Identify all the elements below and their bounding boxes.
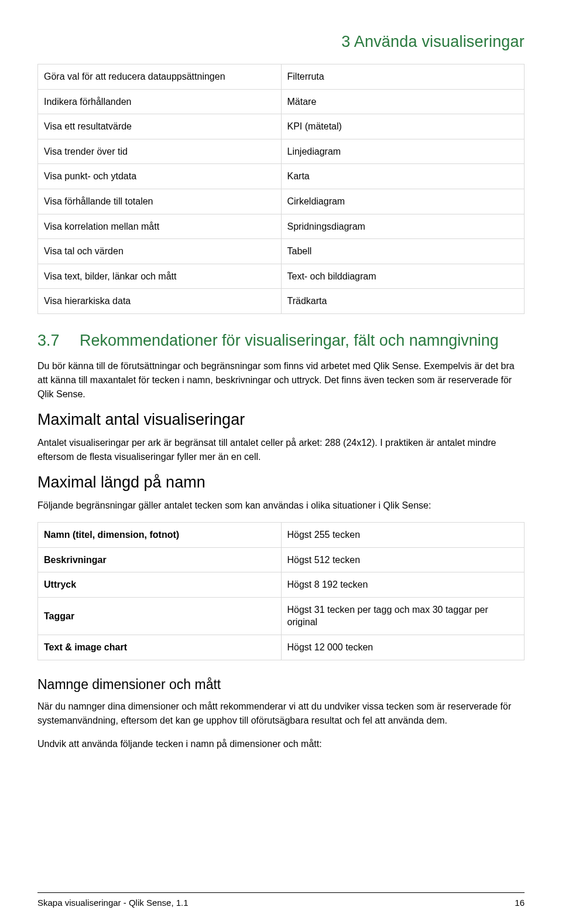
table-cell-visualization: Filterruta bbox=[281, 64, 525, 90]
table-row: Visa ett resultatvärdeKPI (mätetal) bbox=[38, 114, 525, 139]
table-cell-purpose: Visa korrelation mellan mått bbox=[38, 214, 282, 239]
table-cell-purpose: Göra val för att reducera datauppsättnin… bbox=[38, 64, 282, 90]
purpose-visualization-table: Göra val för att reducera datauppsättnin… bbox=[37, 64, 525, 314]
table-row: Visa förhållande till totalenCirkeldiagr… bbox=[38, 189, 525, 214]
page-footer: Skapa visualiseringar - Qlik Sense, 1.1 … bbox=[37, 892, 525, 908]
table-cell-name-type: Taggar bbox=[38, 597, 282, 635]
table-cell-visualization: Linjediagram bbox=[281, 139, 525, 164]
section-title: Rekommendationer för visualiseringar, fä… bbox=[80, 332, 499, 349]
max-name-length-heading: Maximal längd på namn bbox=[37, 473, 525, 492]
section-3-7-heading: 3.7Rekommendationer för visualiseringar,… bbox=[37, 330, 525, 351]
max-visualizations-paragraph: Antalet visualiseringar per ark är begrä… bbox=[37, 436, 525, 464]
table-cell-limit: Högst 31 tecken per tagg och max 30 tagg… bbox=[281, 597, 525, 635]
table-cell-visualization: Spridningsdiagram bbox=[281, 214, 525, 239]
table-row: BeskrivningarHögst 512 tecken bbox=[38, 547, 525, 572]
table-cell-purpose: Indikera förhållanden bbox=[38, 89, 282, 114]
table-cell-visualization: Cirkeldiagram bbox=[281, 189, 525, 214]
table-cell-purpose: Visa ett resultatvärde bbox=[38, 114, 282, 139]
table-cell-purpose: Visa text, bilder, länkar och mått bbox=[38, 264, 282, 289]
table-cell-name-type: Text & image chart bbox=[38, 635, 282, 660]
name-length-limits-table: Namn (titel, dimension, fotnot)Högst 255… bbox=[37, 522, 525, 660]
table-cell-visualization: Text- och bilddiagram bbox=[281, 264, 525, 289]
section-3-7-paragraph: Du bör känna till de förutsättningar och… bbox=[37, 359, 525, 401]
table-row: Visa korrelation mellan måttSpridningsdi… bbox=[38, 214, 525, 239]
table-row: UttryckHögst 8 192 tecken bbox=[38, 572, 525, 598]
table-cell-visualization: Mätare bbox=[281, 89, 525, 114]
table-cell-purpose: Visa hierarkiska data bbox=[38, 289, 282, 314]
table-row: Namn (titel, dimension, fotnot)Högst 255… bbox=[38, 523, 525, 548]
section-number: 3.7 bbox=[37, 330, 80, 351]
naming-paragraph-1: När du namnger dina dimensioner och mått… bbox=[37, 700, 525, 728]
table-cell-limit: Högst 12 000 tecken bbox=[281, 635, 525, 660]
table-cell-limit: Högst 255 tecken bbox=[281, 523, 525, 548]
table-row: Visa trender över tidLinjediagram bbox=[38, 139, 525, 164]
table-cell-visualization: Trädkarta bbox=[281, 289, 525, 314]
table-cell-visualization: KPI (mätetal) bbox=[281, 114, 525, 139]
table-cell-limit: Högst 8 192 tecken bbox=[281, 572, 525, 598]
footer-rule bbox=[37, 892, 525, 893]
footer-page-number: 16 bbox=[515, 898, 525, 908]
table-cell-purpose: Visa punkt- och ytdata bbox=[38, 164, 282, 189]
table-cell-name-type: Uttryck bbox=[38, 572, 282, 598]
table-cell-name-type: Namn (titel, dimension, fotnot) bbox=[38, 523, 282, 548]
table-row: TaggarHögst 31 tecken per tagg och max 3… bbox=[38, 597, 525, 635]
footer-doc-title: Skapa visualiseringar - Qlik Sense, 1.1 bbox=[37, 898, 189, 908]
table-cell-visualization: Karta bbox=[281, 164, 525, 189]
table-row: Visa text, bilder, länkar och måttText- … bbox=[38, 264, 525, 289]
table-row: Visa punkt- och ytdataKarta bbox=[38, 164, 525, 189]
table-cell-limit: Högst 512 tecken bbox=[281, 547, 525, 572]
table-cell-purpose: Visa förhållande till totalen bbox=[38, 189, 282, 214]
table-row: Indikera förhållandenMätare bbox=[38, 89, 525, 114]
chapter-header: 3 Använda visualiseringar bbox=[37, 33, 525, 51]
table-cell-purpose: Visa tal och värden bbox=[38, 239, 282, 264]
table-row: Göra val för att reducera datauppsättnin… bbox=[38, 64, 525, 90]
naming-dimensions-heading: Namnge dimensioner och mått bbox=[37, 677, 525, 693]
table-row: Text & image chartHögst 12 000 tecken bbox=[38, 635, 525, 660]
table-row: Visa hierarkiska dataTrädkarta bbox=[38, 289, 525, 314]
naming-paragraph-2: Undvik att använda följande tecken i nam… bbox=[37, 737, 525, 751]
table-cell-purpose: Visa trender över tid bbox=[38, 139, 282, 164]
max-visualizations-heading: Maximalt antal visualiseringar bbox=[37, 411, 525, 429]
table-cell-visualization: Tabell bbox=[281, 239, 525, 264]
table-row: Visa tal och värdenTabell bbox=[38, 239, 525, 264]
max-name-length-paragraph: Följande begränsningar gäller antalet te… bbox=[37, 499, 525, 513]
table-cell-name-type: Beskrivningar bbox=[38, 547, 282, 572]
